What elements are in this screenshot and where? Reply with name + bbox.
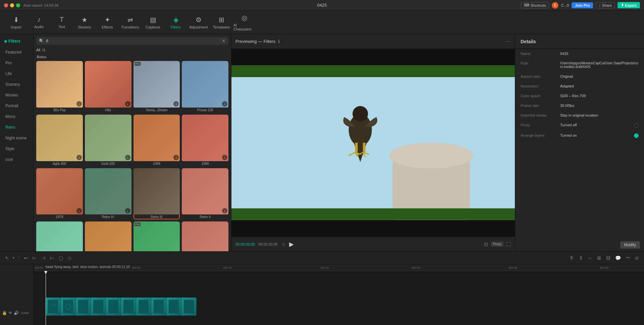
adjustment-icon: ⚙ <box>196 16 202 24</box>
tool-captions[interactable]: ▤ Captions <box>142 12 164 32</box>
filter-item-gold200[interactable]: ↓Gold 200 <box>85 115 131 166</box>
tool-templates[interactable]: ⊞ Templates <box>211 12 232 32</box>
history-button[interactable]: ⊙ <box>634 254 640 262</box>
filter-item-metro[interactable]: Pro↓Metro <box>133 221 180 251</box>
playhead[interactable] <box>46 271 46 325</box>
filter-item-blazing[interactable]: ↓Blazing <box>36 221 83 251</box>
sidebar-item-movies[interactable]: Movies <box>1 90 32 100</box>
microphone-button[interactable]: 🎙 <box>569 254 575 262</box>
time-total: 00:00:03:00 <box>258 242 278 246</box>
preview-more-button[interactable]: ⋯ <box>505 38 511 45</box>
fullscreen-button[interactable]: ⛶ <box>506 242 511 247</box>
video-thumb-9 <box>166 298 181 316</box>
user-button[interactable]: C...0 <box>561 3 569 7</box>
minimize-button[interactable] <box>10 3 14 7</box>
share-button[interactable]: ↑ Share <box>596 2 615 8</box>
shortcuts-button[interactable]: ⌨ Shortcuts <box>521 2 549 8</box>
pro-badge: Pro <box>135 62 141 66</box>
filter-item-provia100[interactable]: ↓Provia 100 <box>182 61 228 113</box>
filter-item-agfa400[interactable]: ↓Agfa 400 <box>36 115 83 166</box>
filter-item-retro2[interactable]: ↓Retro II <box>182 168 228 220</box>
filter-item-1988[interactable]: ↓1988 <box>182 115 228 166</box>
tool-effects[interactable]: ✦ Effects <box>97 12 118 32</box>
search-all-button[interactable]: All <box>36 48 40 52</box>
filter-item-retro1[interactable]: ↓Retro I <box>182 221 228 251</box>
proxy-button[interactable]: Proxy <box>491 242 503 247</box>
effects-icon: ✦ <box>105 16 110 24</box>
filters-icon: ◈ <box>173 16 178 24</box>
arrange-radio[interactable] <box>634 133 639 138</box>
download-badge: ↓ <box>125 208 130 213</box>
tool-ai-characters[interactable]: ◎ AI Characters <box>233 12 255 32</box>
tool-transitions[interactable]: ⇌ Transitions <box>119 12 141 32</box>
svg-rect-8 <box>231 208 515 220</box>
sidebar-item-retro[interactable]: Retro <box>1 122 32 132</box>
clear-search-button[interactable]: ✕ <box>222 38 226 44</box>
titlebar: Auto saved: 14:04:39 0425 ⌨ Shortcuts C … <box>0 0 644 11</box>
sidebar-item-mono[interactable]: Mono <box>1 112 32 122</box>
link-button[interactable]: ⛓ <box>605 254 611 262</box>
track-lock-button[interactable]: 🔒 <box>2 311 7 315</box>
tool-filters[interactable]: ◈ Filters <box>165 12 186 32</box>
video-thumb-10 <box>181 298 197 316</box>
details-row-aspect: Aspect ratio: Original <box>515 72 644 81</box>
filter-item-teenage_dream[interactable]: Pro↓Teena...Dream <box>133 61 180 113</box>
tool-stickers[interactable]: ★ Stickers <box>74 12 95 32</box>
filter-item-retro4[interactable]: ↓Retro IV <box>85 168 131 220</box>
auto-scroll-button[interactable]: ↔ <box>587 254 593 262</box>
export-icon: ⬆ <box>621 3 624 7</box>
filter-item-hits[interactable]: ↓Hits <box>85 61 131 113</box>
ruler-mark-25: |00:25 <box>509 266 517 269</box>
tool-audio[interactable]: ♪ Audio <box>28 12 50 32</box>
cover-button[interactable]: Cover <box>20 311 30 315</box>
filter-name-gold200: Gold 200 <box>85 161 131 166</box>
video-track-label: hawk flying away. bird. slow motion. ani… <box>46 265 130 269</box>
export-button[interactable]: ⬆ Export <box>618 2 640 8</box>
timeline-toolbar: ↖ ▾ ↩ ⊢ ⊣ ⊢ ▢ ◇ 🎙 ⇕ ↔ ⊞ ⛓ 💬 〜 ⊙ <box>0 252 644 264</box>
caption-button[interactable]: 💬 <box>614 254 622 262</box>
sidebar-item-cool[interactable]: cool <box>1 154 32 165</box>
sidebar-item-featured[interactable]: Featured <box>1 47 32 57</box>
filter-name-provia100: Provia 100 <box>182 108 228 113</box>
sidebar-item-life[interactable]: Life <box>1 69 32 79</box>
close-button[interactable] <box>4 3 8 7</box>
search-input[interactable] <box>46 39 220 43</box>
modify-button[interactable]: Modify <box>620 241 640 249</box>
filter-content: 🔍 ✕ All ⧉ Retro ↓90s Pop↓HitsPro↓Teena..… <box>34 34 231 251</box>
play-button[interactable]: ▶ <box>289 241 294 248</box>
maximize-button[interactable] <box>16 3 20 7</box>
split-left-button[interactable]: ⊣ <box>40 254 46 262</box>
track-visibility-button[interactable]: 👁 <box>8 311 12 315</box>
join-pro-button[interactable]: Join Pro <box>572 2 593 8</box>
filter-item-1998[interactable]: ↓1998 <box>133 115 180 166</box>
proxy-radio[interactable] <box>634 123 639 128</box>
stickers-icon: ★ <box>82 16 88 24</box>
tool-adjustment[interactable]: ⚙ Adjustment <box>188 12 209 32</box>
video-track[interactable] <box>46 298 197 316</box>
delete-button[interactable]: ◇ <box>67 254 72 262</box>
filter-item-1978[interactable]: ↓1978 <box>36 168 83 220</box>
curve-button[interactable]: 〜 <box>625 254 631 262</box>
filter-item-90spop[interactable]: ↓90s Pop <box>36 61 83 113</box>
filter-name-agfa400: Agfa 400 <box>36 161 83 166</box>
undo-button[interactable]: ↩ <box>23 254 29 262</box>
tool-text[interactable]: T Text <box>51 12 72 32</box>
snap-button[interactable]: ⊞ <box>596 254 602 262</box>
sidebar-item-night-scene[interactable]: Night scene <box>1 133 32 143</box>
split-right-button[interactable]: ⊢ <box>49 254 55 262</box>
sidebar-item-style[interactable]: Style <box>1 144 32 154</box>
sidebar-item-portrait[interactable]: Portrait <box>1 101 32 111</box>
tool-import[interactable]: ⬇ Import <box>5 12 27 32</box>
fit-button[interactable]: ⊡ <box>484 242 488 247</box>
crop-button[interactable]: ▢ <box>58 254 64 262</box>
split-button[interactable]: ⊢ <box>32 254 38 262</box>
filter-item-1968[interactable]: ↓1968 <box>85 221 131 251</box>
sidebar-item-pro[interactable]: Pro <box>1 58 32 68</box>
titlebar-right: ⌨ Shortcuts C C...0 Join Pro ↑ Share ⬆ E… <box>521 2 640 9</box>
sidebar-item-scenery[interactable]: Scenery <box>1 79 32 89</box>
select-tool-button[interactable]: ↖ <box>4 254 10 262</box>
track-audio-button[interactable]: 🔊 <box>14 311 19 315</box>
filter-item-retro3[interactable]: Retro III <box>133 168 180 220</box>
filter-name-90spop: 90s Pop <box>36 108 83 113</box>
track-height-button[interactable]: ⇕ <box>578 254 584 262</box>
